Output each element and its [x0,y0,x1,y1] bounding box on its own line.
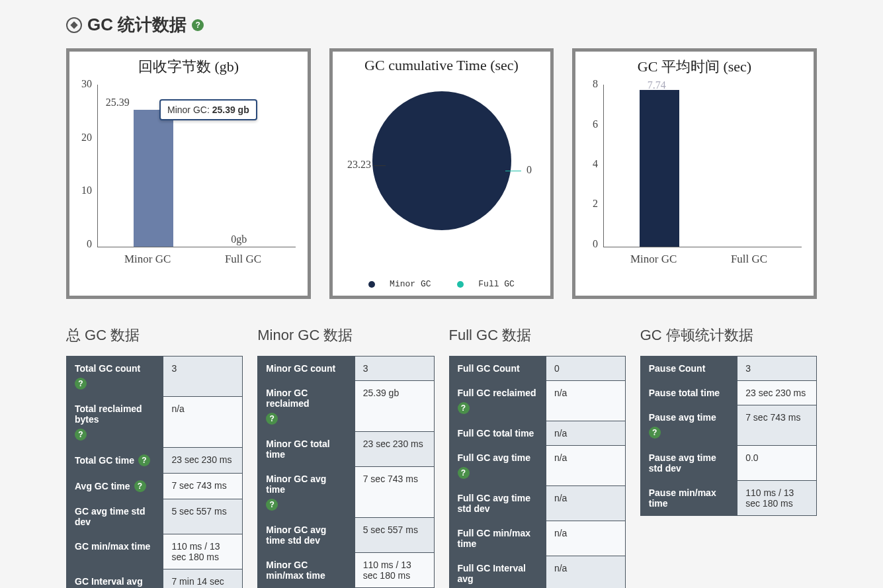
table-row: Full GC reclaimed?n/a [449,380,625,421]
table-row: Pause min/max time110 ms / 13 sec 180 ms [640,480,816,515]
x-label-full: Full GC [225,253,261,266]
table-row: Total reclaimed bytes?n/a [67,396,243,447]
row-key: Total GC time? [67,447,163,473]
legend-dot-icon [457,281,464,288]
legend-item-minor[interactable]: Minor GC [363,279,436,289]
legend-dot-icon [368,281,375,288]
x-label-full: Full GC [731,253,767,266]
section-title: GC 统计数据 ? [66,13,817,36]
row-key: Full GC reclaimed? [449,380,546,421]
data-table: Total GC count?3Total reclaimed bytes?n/… [66,356,243,589]
row-value: 7 sec 743 ms [737,405,817,445]
chart-tooltip: Minor GC: Minor GC: 25.39 gb25.39 gb [159,99,257,120]
row-key: GC Interval avg time? [67,569,163,588]
help-icon[interactable]: ? [75,429,87,441]
table-title: Minor GC 数据 [257,325,434,345]
help-icon[interactable]: ? [266,499,278,511]
row-value: 23 sec 230 ms [737,380,817,405]
row-key: Avg GC time? [67,473,163,499]
help-icon[interactable]: ? [266,413,278,425]
row-value: 110 ms / 13 sec 180 ms [737,480,817,515]
table-row: Minor GC avg time std dev5 sec 557 ms [258,517,434,552]
chart-plot-area: 30 20 10 0 25.39 0gb Minor GC Full GC Mi… [75,81,302,266]
bar-minor-gc[interactable]: 25.39 [134,110,173,247]
row-value: 5 sec 557 ms [163,499,243,534]
row-key: Total GC count? [67,356,163,396]
bar-minor-gc[interactable]: 7.74 [640,90,679,247]
pie-wrap: 23.23 0 [338,78,545,276]
row-value: 3 [163,356,243,396]
row-key-text: GC Interval avg time [75,576,155,589]
section-title-text: GC 统计数据 [87,13,187,36]
table-row: Minor GC count3 [258,356,434,380]
row-key-text: Full GC avg time std dev [458,493,538,514]
row-key: Minor GC min/max time [258,552,355,587]
help-icon[interactable]: ? [458,402,470,414]
help-icon[interactable]: ? [134,480,146,492]
row-key-text: Full GC Count [458,363,520,374]
row-value: n/a [163,396,243,447]
pie-label-full: 0 [526,164,532,176]
row-value: 110 ms / 13 sec 180 ms [163,534,243,569]
row-key: Pause avg time std dev [640,445,737,480]
row-key: Pause Count [640,356,737,380]
row-key: Pause avg time? [640,405,737,445]
chart-cumulative-time: GC cumulative Time (sec) 23.23 0 Minor G… [329,48,554,299]
table-row: Full GC avg time?n/a [449,445,625,485]
row-value: 5 sec 557 ms [355,517,434,552]
help-icon[interactable]: ? [192,19,204,31]
row-key-text: GC avg time std dev [75,506,155,527]
table-row: Full GC total timen/a [449,421,625,445]
row-key-text: Pause Count [649,363,706,374]
row-key-text: Minor GC min/max time [266,560,346,581]
chart-reclaimed-bytes: 回收字节数 (gb) 30 20 10 0 25.39 0gb Minor GC… [66,48,311,299]
row-value: n/a [546,485,625,521]
row-key-text: Pause total time [649,388,720,398]
row-value: 3 [737,356,817,380]
help-icon[interactable]: ? [649,427,661,439]
plot: 7.74 [603,85,802,247]
table-row: Pause total time23 sec 230 ms [640,380,816,405]
row-value: 23 sec 230 ms [355,431,434,466]
y-axis: 30 20 10 0 [75,81,95,247]
row-key: Full GC avg time? [449,445,546,485]
row-key-text: Pause avg time std dev [649,452,729,474]
row-value: 110 ms / 13 sec 180 ms [355,552,434,587]
help-icon[interactable]: ? [458,467,470,479]
table-row: Full GC Interval avg?n/a [449,556,625,588]
help-icon[interactable]: ? [75,378,87,390]
pie-slice-minor-gc[interactable] [372,91,511,230]
table-row: Minor GC reclaimed?25.39 gb [258,380,434,431]
table-row: Full GC min/max timen/a [449,521,625,556]
chart-plot-area: 8 6 4 2 0 7.74 Minor GC Full GC [581,81,808,266]
table-title: Full GC 数据 [449,325,626,345]
y-axis: 8 6 4 2 0 [581,81,601,247]
row-key-text: Minor GC avg time std dev [266,525,346,546]
row-key-text: Full GC reclaimed [458,388,536,398]
table-pause-stats: GC 停顿统计数据 Pause Count3Pause total time23… [640,325,817,516]
row-key-text: Minor GC reclaimed [266,388,346,409]
row-key-text: Minor GC count [266,363,335,374]
table-full-gc: Full GC 数据 Full GC Count0Full GC reclaim… [449,325,626,589]
row-value: n/a [546,445,625,485]
row-key: Pause total time [640,380,737,405]
row-key: Minor GC count [258,356,355,380]
legend-item-full[interactable]: Full GC [452,279,520,289]
table-row: Pause Count3 [640,356,816,380]
row-value: n/a [546,556,625,588]
tables-row: 总 GC 数据 Total GC count?3Total reclaimed … [66,325,817,589]
chart-title: 回收字节数 (gb) [75,57,302,77]
row-value: 0.0 [737,445,817,480]
row-key-text: Total GC count [75,363,140,374]
table-row: Full GC avg time std devn/a [449,485,625,521]
row-value: n/a [546,521,625,556]
row-key-text: Total GC time [75,455,134,466]
row-key: Pause min/max time [640,480,737,515]
row-value: 7 sec 743 ms [163,473,243,499]
table-row: GC Interval avg time?7 min 14 sec 239 ms [67,569,243,588]
x-label-minor: Minor GC [630,253,677,266]
row-value: 0 [546,356,625,380]
row-value: n/a [546,380,625,421]
help-icon[interactable]: ? [138,454,150,466]
table-row: Pause avg time?7 sec 743 ms [640,405,816,445]
